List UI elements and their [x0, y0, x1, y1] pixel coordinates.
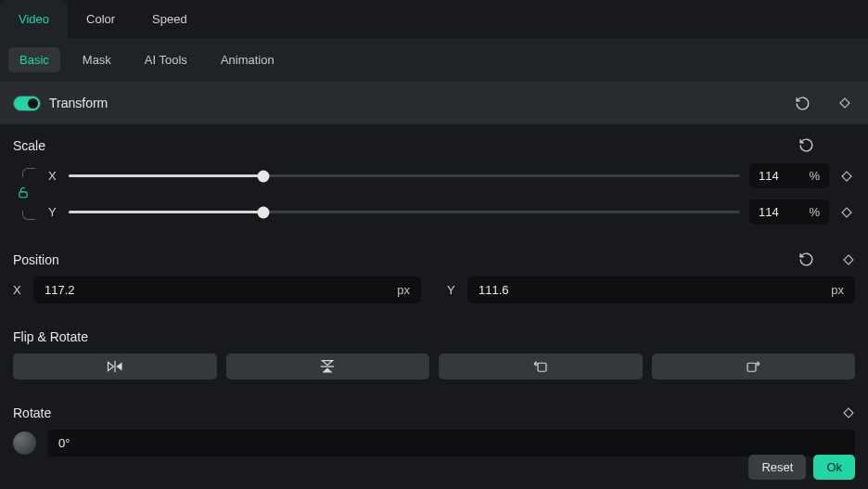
transform-title: Transform: [49, 96, 795, 110]
rotate-cw-icon: [745, 359, 761, 374]
footer: Reset Ok: [735, 445, 868, 489]
flip-rotate-label: Flip & Rotate: [13, 329, 855, 344]
svg-rect-2: [842, 172, 851, 181]
keyframe-rotate-icon[interactable]: [842, 406, 855, 419]
flip-rotate-row: Flip & Rotate: [13, 329, 855, 344]
svg-rect-13: [844, 408, 853, 418]
tab-color[interactable]: Color: [68, 0, 134, 38]
position-y-label: Y: [447, 283, 458, 297]
position-x-label: X: [13, 283, 24, 297]
ok-button[interactable]: Ok: [813, 455, 855, 480]
flip-horizontal-button[interactable]: [13, 354, 217, 380]
flip-vertical-icon: [320, 359, 335, 374]
svg-rect-1: [19, 192, 27, 198]
scale-x-value[interactable]: 114 %: [749, 163, 829, 188]
scale-x-slider[interactable]: [69, 167, 740, 186]
top-tabs: Video Color Speed: [0, 0, 868, 38]
unlock-icon: [17, 187, 30, 202]
svg-rect-3: [842, 208, 851, 217]
rotate-label: Rotate: [13, 405, 798, 420]
rotate-row: Rotate: [13, 405, 855, 420]
svg-marker-10: [323, 368, 333, 373]
tab-video[interactable]: Video: [0, 0, 68, 38]
transform-header: Transform: [0, 82, 868, 124]
flip-horizontal-icon: [107, 360, 123, 373]
position-row: Position: [13, 251, 855, 267]
rotate-ccw-icon: [532, 359, 549, 374]
rotate-input[interactable]: 0°: [47, 430, 855, 457]
tab-speed[interactable]: Speed: [134, 0, 206, 38]
reset-button[interactable]: Reset: [748, 455, 806, 480]
scale-row: Scale: [13, 137, 855, 153]
svg-marker-8: [323, 361, 333, 366]
rotate-knob[interactable]: [13, 431, 36, 455]
reset-transform-icon[interactable]: [795, 96, 811, 111]
scale-x-label: X: [48, 169, 59, 183]
keyframe-position-icon[interactable]: [842, 253, 855, 266]
keyframe-scale-y-icon[interactable]: [840, 206, 853, 219]
sub-tabs: Basic Mask AI Tools Animation: [0, 38, 868, 82]
position-label: Position: [13, 252, 798, 267]
flip-vertical-button[interactable]: [226, 354, 430, 380]
keyframe-scale-x-icon[interactable]: [840, 170, 853, 183]
scale-label: Scale: [13, 138, 798, 153]
scale-x-row: X 114 %: [48, 163, 855, 188]
svg-rect-12: [747, 363, 756, 371]
position-y-input[interactable]: 111.6 px: [467, 277, 855, 303]
svg-rect-11: [538, 363, 546, 371]
svg-rect-4: [844, 255, 853, 264]
subtab-ai-tools[interactable]: AI Tools: [134, 47, 198, 72]
scale-y-slider[interactable]: [69, 203, 740, 222]
svg-marker-7: [116, 363, 121, 371]
rotate-ccw-button[interactable]: [439, 354, 643, 380]
scale-y-row: Y 114 %: [48, 199, 855, 225]
rotate-cw-button[interactable]: [652, 354, 856, 380]
reset-scale-icon[interactable]: [798, 137, 814, 153]
position-x-input[interactable]: 117.2 px: [33, 277, 421, 303]
scale-lock[interactable]: [13, 162, 39, 225]
svg-marker-5: [108, 363, 113, 371]
keyframe-transform-icon[interactable]: [838, 97, 851, 109]
transform-toggle[interactable]: [13, 96, 41, 111]
scale-y-label: Y: [48, 205, 59, 219]
reset-position-icon[interactable]: [798, 251, 814, 267]
subtab-basic[interactable]: Basic: [8, 47, 60, 72]
svg-rect-0: [840, 98, 849, 108]
subtab-mask[interactable]: Mask: [71, 47, 122, 72]
scale-y-value[interactable]: 114 %: [749, 199, 829, 225]
subtab-animation[interactable]: Animation: [210, 47, 286, 72]
